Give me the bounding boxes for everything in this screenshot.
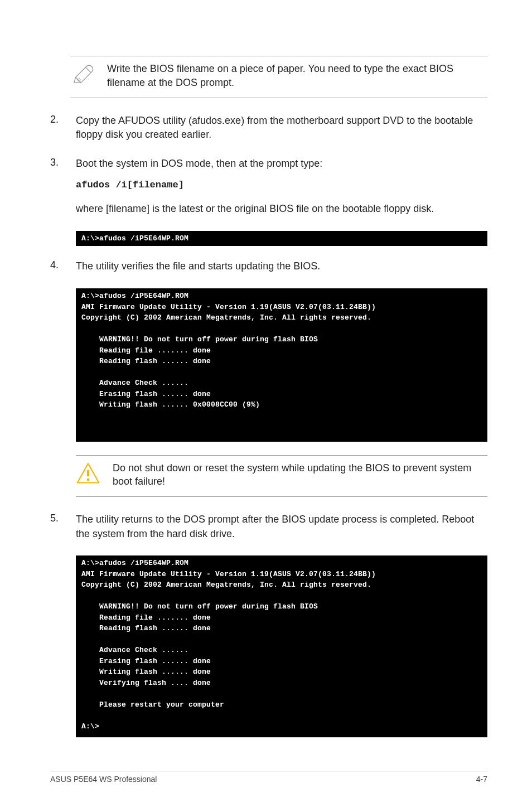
steps-list-cont1: 4. The utility verifies the file and sta… [50, 259, 487, 281]
step-3: 3. Boot the system in DOS mode, then at … [50, 157, 487, 223]
step-number: 4. [50, 259, 76, 281]
warning-icon [76, 461, 100, 489]
step-number: 2. [50, 114, 76, 149]
note-block: Write the BIOS filename on a piece of pa… [70, 56, 487, 98]
terminal-output-1: A:\>afudos /iP5E64WP.ROM [76, 231, 487, 247]
svg-rect-0 [87, 470, 89, 476]
step-4: 4. The utility verifies the file and sta… [50, 259, 487, 281]
step-2: 2. Copy the AFUDOS utility (afudos.exe) … [50, 114, 487, 149]
step-body: Copy the AFUDOS utility (afudos.exe) fro… [76, 114, 487, 149]
pencil-icon [70, 62, 95, 89]
terminal-output-2: A:\>afudos /iP5E64WP.ROM AMI Firmware Up… [76, 288, 487, 442]
step-number: 5. [50, 513, 76, 548]
command-code: afudos /i[filename] [76, 180, 184, 190]
step-text: Boot the system in DOS mode, then at the… [76, 157, 487, 171]
step-body: The utility returns to the DOS prompt af… [76, 513, 487, 548]
note-text: Write the BIOS filename on a piece of pa… [107, 62, 487, 90]
step-text: The utility returns to the DOS prompt af… [76, 513, 487, 541]
warning-text: Do not shut down or reset the system whi… [113, 461, 487, 489]
steps-list: 2. Copy the AFUDOS utility (afudos.exe) … [50, 114, 487, 223]
page-footer: ASUS P5E64 WS Professional 4-7 [50, 771, 487, 784]
footer-right: 4-7 [476, 775, 487, 784]
steps-list-cont2: 5. The utility returns to the DOS prompt… [50, 513, 487, 548]
step-5: 5. The utility returns to the DOS prompt… [50, 513, 487, 548]
footer-left: ASUS P5E64 WS Professional [50, 775, 157, 784]
warning-block: Do not shut down or reset the system whi… [76, 455, 487, 497]
step-number: 3. [50, 157, 76, 223]
step-body: The utility verifies the file and starts… [76, 259, 487, 281]
step-text: The utility verifies the file and starts… [76, 259, 487, 274]
step-text: Copy the AFUDOS utility (afudos.exe) fro… [76, 114, 487, 142]
svg-point-1 [87, 478, 90, 481]
step-body: Boot the system in DOS mode, then at the… [76, 157, 487, 223]
terminal-output-3: A:\>afudos /iP5E64WP.ROM AMI Firmware Up… [76, 555, 487, 737]
page-content: Write the BIOS filename on a piece of pa… [0, 0, 532, 802]
step-text: where [filename] is the latest or the or… [76, 202, 487, 216]
